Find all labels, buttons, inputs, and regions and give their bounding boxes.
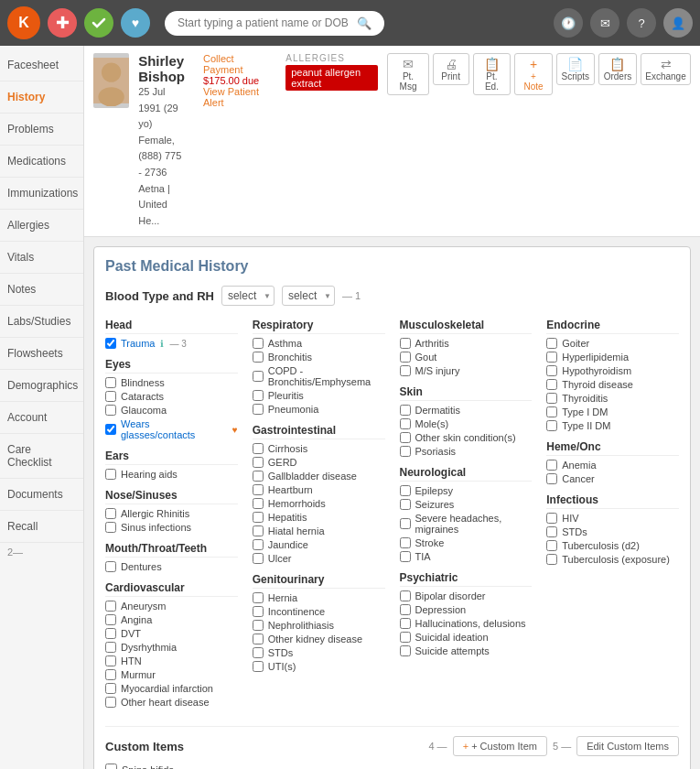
sidebar-item-immunizations[interactable]: Immunizations (0, 178, 83, 210)
murmur-checkbox[interactable] (105, 669, 116, 680)
user-icon[interactable]: 👤 (663, 8, 693, 38)
add-note-button[interactable]: + + Note (514, 53, 552, 95)
spina-bifida-checkbox[interactable] (105, 764, 117, 769)
sidebar-item-allergies[interactable]: Allergies (0, 210, 83, 242)
sidebar-item-history[interactable]: History (0, 81, 83, 114)
patient-search-bar[interactable]: 🔍 (165, 11, 384, 36)
headaches-checkbox[interactable] (400, 518, 411, 529)
allergic-rhinitis-checkbox[interactable] (105, 508, 116, 519)
blindness-checkbox[interactable] (105, 377, 116, 388)
other-skin-checkbox[interactable] (400, 432, 411, 443)
hyperlipidemia-checkbox[interactable] (546, 352, 557, 363)
sidebar-item-vitals[interactable]: Vitals (0, 242, 83, 274)
other-kidney-checkbox[interactable] (253, 634, 264, 644)
incontinence-checkbox[interactable] (253, 606, 264, 617)
pneumonia-checkbox[interactable] (253, 404, 264, 415)
blood-type-select[interactable]: select ABABO (221, 286, 275, 306)
jaundice-checkbox[interactable] (253, 539, 264, 550)
nephrolithiasis-checkbox[interactable] (253, 620, 264, 631)
moles-checkbox[interactable] (400, 418, 411, 429)
orders-button[interactable]: 📋 Orders (598, 53, 637, 85)
tb-d2-checkbox[interactable] (546, 540, 557, 551)
pt-ed-button[interactable]: 📋 Pt. Ed. (473, 53, 512, 95)
pleuritis-checkbox[interactable] (253, 390, 264, 401)
copd-checkbox[interactable] (253, 371, 264, 382)
arthritis-checkbox[interactable] (400, 338, 411, 349)
collect-payment-link[interactable]: Collect Payment (203, 53, 267, 75)
stroke-checkbox[interactable] (400, 537, 411, 548)
suicide-attempts-checkbox[interactable] (400, 645, 411, 656)
epilepsy-checkbox[interactable] (400, 485, 411, 496)
type2-dm-checkbox[interactable] (546, 420, 557, 431)
sidebar-item-recall[interactable]: Recall (0, 511, 83, 543)
check-icon[interactable] (84, 8, 113, 38)
add-custom-item-button[interactable]: + + Custom Item (453, 736, 547, 756)
tb-exposure-checkbox[interactable] (546, 554, 557, 565)
seizures-checkbox[interactable] (400, 499, 411, 510)
exchange-button[interactable]: ⇄ Exchange (641, 53, 691, 85)
view-alert-link[interactable]: View Patient Alert (203, 86, 267, 108)
heart-icon[interactable]: ♥ (121, 8, 150, 38)
thyroid-disease-checkbox[interactable] (546, 379, 557, 390)
sidebar-item-medications[interactable]: Medications (0, 146, 83, 178)
depression-checkbox[interactable] (400, 604, 411, 615)
ulcer-checkbox[interactable] (253, 553, 264, 564)
cataracts-checkbox[interactable] (105, 391, 116, 402)
glasses-checkbox[interactable] (105, 424, 116, 435)
psoriasis-checkbox[interactable] (400, 446, 411, 457)
myocardial-checkbox[interactable] (105, 683, 116, 694)
history-icon[interactable]: 🕐 (554, 8, 583, 38)
scripts-button[interactable]: 📄 Scripts (556, 53, 595, 85)
hallucinations-checkbox[interactable] (400, 618, 411, 629)
suicidal-ideation-checkbox[interactable] (400, 632, 411, 643)
anemia-checkbox[interactable] (546, 460, 557, 471)
htn-checkbox[interactable] (105, 655, 116, 666)
asthma-checkbox[interactable] (253, 338, 264, 349)
app-logo[interactable]: K (7, 6, 40, 39)
sidebar-item-labs[interactable]: Labs/Studies (0, 306, 83, 338)
hernia-checkbox[interactable] (253, 592, 264, 603)
print-button[interactable]: 🖨 Print (433, 53, 469, 85)
sidebar-item-account[interactable]: Account (0, 402, 83, 434)
trauma-label[interactable]: Trauma (121, 338, 156, 349)
goiter-checkbox[interactable] (546, 338, 557, 349)
edit-custom-items-button[interactable]: Edit Custom Items (576, 736, 679, 756)
hearing-aids-checkbox[interactable] (105, 469, 116, 480)
hepatitis-checkbox[interactable] (253, 512, 264, 523)
sidebar-item-notes[interactable]: Notes (0, 274, 83, 306)
aneurysm-checkbox[interactable] (105, 601, 116, 612)
pt-msg-button[interactable]: ✉ Pt. Msg (387, 53, 428, 95)
sinus-infections-checkbox[interactable] (105, 522, 116, 533)
sidebar-item-flowsheets[interactable]: Flowsheets (0, 338, 83, 370)
dvt-checkbox[interactable] (105, 628, 116, 639)
balance-link[interactable]: $175.00 due (203, 75, 267, 86)
hiatal-hernia-checkbox[interactable] (253, 525, 264, 536)
glasses-label[interactable]: Wears glasses/contacts (121, 418, 226, 440)
type1-dm-checkbox[interactable] (546, 406, 557, 417)
sidebar-item-problems[interactable]: Problems (0, 114, 83, 146)
search-input[interactable] (178, 16, 357, 29)
cirrhosis-checkbox[interactable] (253, 443, 264, 454)
hemorrhoids-checkbox[interactable] (253, 498, 264, 509)
cancer-checkbox[interactable] (546, 473, 557, 484)
help-icon[interactable]: ? (627, 8, 656, 38)
hypothyroidism-checkbox[interactable] (546, 365, 557, 376)
sidebar-item-demographics[interactable]: Demographics (0, 370, 83, 402)
dentures-checkbox[interactable] (105, 561, 116, 572)
glaucoma-checkbox[interactable] (105, 405, 116, 416)
gallbladder-checkbox[interactable] (253, 471, 264, 482)
dermatitis-checkbox[interactable] (400, 405, 411, 416)
thyroiditis-checkbox[interactable] (546, 393, 557, 404)
stds-inf-checkbox[interactable] (546, 526, 557, 537)
hiv-checkbox[interactable] (546, 513, 557, 524)
messages-icon[interactable]: ✉ (590, 8, 619, 38)
sidebar-item-care-checklist[interactable]: Care Checklist (0, 434, 83, 479)
bipolar-checkbox[interactable] (400, 590, 411, 601)
cross-icon[interactable]: ✚ (48, 8, 77, 38)
bronchitis-checkbox[interactable] (253, 352, 264, 363)
gout-checkbox[interactable] (400, 352, 411, 363)
tia-checkbox[interactable] (400, 551, 411, 562)
sidebar-item-documents[interactable]: Documents (0, 479, 83, 511)
angina-checkbox[interactable] (105, 614, 116, 625)
trauma-checkbox[interactable] (105, 338, 116, 349)
